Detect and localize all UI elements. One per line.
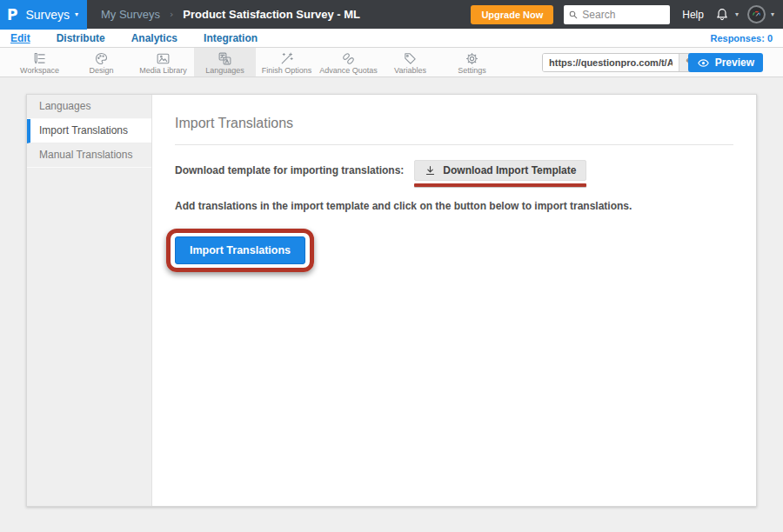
preview-button[interactable]: Preview (688, 53, 763, 72)
top-bar: P Surveys ▾ My Surveys › Product Satisfa… (0, 0, 783, 29)
download-icon (425, 165, 436, 176)
tab-integration[interactable]: Integration (204, 32, 258, 44)
toolbar-item-label: Settings (458, 66, 486, 75)
download-template-wrap: Download Import Template (414, 160, 586, 187)
finish-options-icon (279, 51, 294, 65)
download-template-label: Download template for importing translat… (175, 160, 404, 181)
toolbar-item-workspace[interactable]: Workspace (9, 48, 70, 76)
divider (175, 144, 733, 145)
help-link[interactable]: Help (682, 9, 704, 21)
import-translations-button[interactable]: Import Translations (175, 236, 305, 264)
toolbar-item-label: Design (89, 66, 113, 75)
toolbar-item-finish-options[interactable]: Finish Options (256, 48, 318, 76)
questionpro-logo-icon: P (7, 6, 17, 23)
toolbar-item-label: Workspace (20, 66, 59, 75)
bell-icon (714, 7, 730, 23)
survey-title: Product Satisfaction Survey - ML (183, 8, 360, 21)
toolbar-item-advance-quotas[interactable]: Advance Quotas (318, 48, 379, 76)
chevron-down-icon: ▾ (75, 10, 78, 18)
breadcrumb: My Surveys › Product Satisfaction Survey… (101, 8, 360, 21)
survey-url-group: ✎ (542, 53, 701, 72)
toolbar-item-settings[interactable]: Settings (441, 48, 503, 76)
search-input[interactable] (582, 9, 665, 21)
workspace-icon (32, 51, 47, 65)
settings-icon (465, 51, 479, 65)
tab-edit[interactable]: Edit (10, 32, 30, 44)
search-icon (569, 10, 578, 20)
toolbar-item-label: Finish Options (262, 66, 312, 75)
design-icon (94, 51, 109, 65)
breadcrumb-my-surveys[interactable]: My Surveys (101, 8, 160, 21)
section-tab-bar: Edit Distribute Analytics Integration Re… (0, 29, 783, 48)
eye-icon (697, 57, 710, 69)
breadcrumb-separator-icon: › (170, 9, 173, 20)
toolbar-item-variables[interactable]: Variables (379, 48, 441, 76)
download-template-row: Download template for importing translat… (175, 160, 733, 187)
download-import-template-button[interactable]: Download Import Template (414, 160, 586, 181)
advance-quotas-icon (341, 51, 356, 65)
languages-icon (218, 51, 232, 65)
chevron-down-icon: ▾ (771, 10, 774, 18)
toolbar-item-design[interactable]: Design (70, 48, 132, 76)
account-menu[interactable]: ▾ (747, 5, 774, 23)
toolbar-item-label: Languages (205, 66, 244, 75)
toolbar-item-label: Media Library (139, 66, 187, 75)
sidebar-item-languages[interactable]: Languages (27, 95, 151, 119)
survey-url-input[interactable] (543, 54, 679, 71)
page-title: Import Translations (175, 116, 733, 131)
edit-toolbar: Workspace Design Media Library L (0, 48, 783, 77)
media-library-icon (156, 51, 171, 65)
surveys-menu[interactable]: P Surveys ▾ (0, 0, 87, 30)
notifications-button[interactable]: ▾ (714, 7, 739, 23)
toolbar-item-label: Advance Quotas (319, 66, 378, 75)
toolbar-item-label: Variables (394, 66, 426, 75)
languages-sidebar: Languages Import Translations Manual Tra… (27, 95, 152, 506)
product-name: Surveys (25, 8, 70, 22)
preview-label: Preview (715, 57, 754, 69)
upgrade-now-button[interactable]: Upgrade Now (471, 5, 553, 24)
tab-distribute[interactable]: Distribute (57, 32, 105, 44)
download-button-label: Download Import Template (443, 164, 576, 176)
avatar (747, 5, 766, 23)
search-box[interactable] (564, 5, 670, 24)
variables-icon (403, 51, 418, 65)
tab-analytics[interactable]: Analytics (131, 32, 177, 44)
responses-count: Responses: 0 (710, 33, 773, 43)
annotation-red-underline (414, 183, 586, 187)
import-instructions: Add translations in the import template … (175, 200, 733, 212)
toolbar-item-media-library[interactable]: Media Library (132, 48, 194, 76)
gauge-icon (751, 9, 762, 20)
annotation-red-box: Import Translations (166, 229, 314, 272)
sidebar-item-import-translations[interactable]: Import Translations (27, 119, 151, 143)
toolbar-item-languages[interactable]: Languages (194, 48, 256, 76)
import-translations-pane: Import Translations Download template fo… (152, 95, 756, 506)
chevron-down-icon: ▾ (735, 10, 739, 18)
languages-panel: Languages Import Translations Manual Tra… (26, 94, 757, 507)
topbar-right-cluster: Upgrade Now Help ▾ (471, 5, 783, 24)
sidebar-item-manual-translations[interactable]: Manual Translations (27, 143, 151, 168)
content-background: Languages Import Translations Manual Tra… (0, 77, 783, 507)
